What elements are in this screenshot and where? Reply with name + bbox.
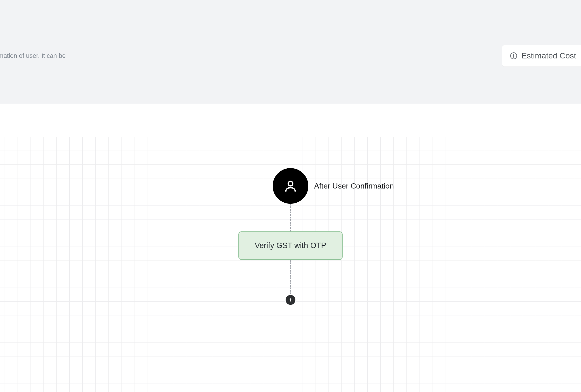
svg-point-2 — [513, 54, 514, 55]
start-node-label: After User Confirmation — [314, 182, 394, 191]
page-subtitle-line1: to trigger after the confirmation of use… — [0, 52, 66, 59]
estimated-cost-label: Estimated Cost — [521, 51, 576, 60]
user-icon — [284, 179, 297, 193]
plus-icon — [288, 298, 293, 302]
step-node-label: Verify GST with OTP — [255, 241, 326, 250]
info-icon — [510, 52, 517, 60]
add-node-button[interactable] — [286, 295, 295, 305]
page-subtitle: to trigger after the confirmation of use… — [0, 51, 66, 71]
title-block: with OTP to trigger after the confirmati… — [0, 32, 66, 71]
step-node-verify-gst[interactable]: Verify GST with OTP — [238, 231, 343, 260]
header-canvas-gap — [0, 104, 581, 137]
page-title: with OTP — [0, 32, 66, 48]
page-header: with OTP to trigger after the confirmati… — [0, 0, 581, 104]
start-node[interactable]: After User Confirmation — [204, 168, 377, 204]
connector-step-to-add — [290, 260, 291, 297]
flow-canvas[interactable]: After User Confirmation Verify GST with … — [0, 137, 581, 392]
estimated-cost-chip[interactable]: Estimated Cost — [502, 45, 581, 66]
svg-point-3 — [288, 181, 293, 186]
flow-diagram: After User Confirmation Verify GST with … — [204, 137, 377, 305]
start-node-circle — [273, 168, 308, 204]
connector-start-to-step — [290, 204, 291, 231]
